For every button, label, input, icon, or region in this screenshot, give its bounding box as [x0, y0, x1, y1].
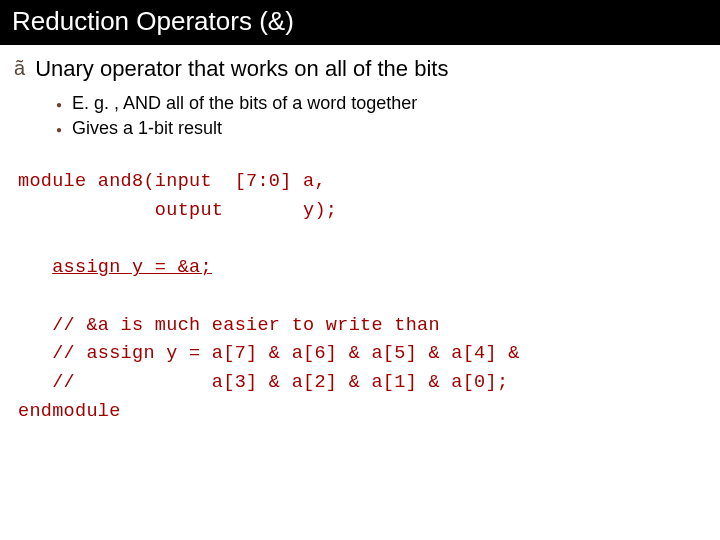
main-bullet-text: Unary operator that works on all of the …: [35, 55, 448, 84]
code-line-prefix: [18, 257, 52, 278]
main-bullet: ã Unary operator that works on all of th…: [14, 55, 706, 84]
bullet-dot-icon: ●: [56, 99, 62, 110]
content-area: ã Unary operator that works on all of th…: [0, 45, 720, 436]
code-block: module and8(input [7:0] a, output y); as…: [18, 168, 706, 426]
title-bar: Reduction Operators (&): [0, 0, 720, 45]
list-item: ● E. g. , AND all of the bits of a word …: [56, 92, 706, 115]
code-line: output y);: [18, 200, 337, 221]
bullet-marker-icon: ã: [14, 55, 25, 81]
sub-bullet-text: E. g. , AND all of the bits of a word to…: [72, 92, 417, 115]
code-line: // a[3] & a[2] & a[1] & a[0];: [18, 372, 508, 393]
code-line: // assign y = a[7] & a[6] & a[5] & a[4] …: [18, 343, 520, 364]
sub-bullet-text: Gives a 1-bit result: [72, 117, 222, 140]
code-line: module and8(input [7:0] a,: [18, 171, 326, 192]
list-item: ● Gives a 1-bit result: [56, 117, 706, 140]
bullet-dot-icon: ●: [56, 124, 62, 135]
code-line-underline: assign y = &a;: [52, 257, 212, 278]
page-title: Reduction Operators (&): [12, 6, 294, 36]
sub-bullet-list: ● E. g. , AND all of the bits of a word …: [56, 92, 706, 141]
code-line: // &a is much easier to write than: [18, 315, 440, 336]
code-line: endmodule: [18, 401, 121, 422]
